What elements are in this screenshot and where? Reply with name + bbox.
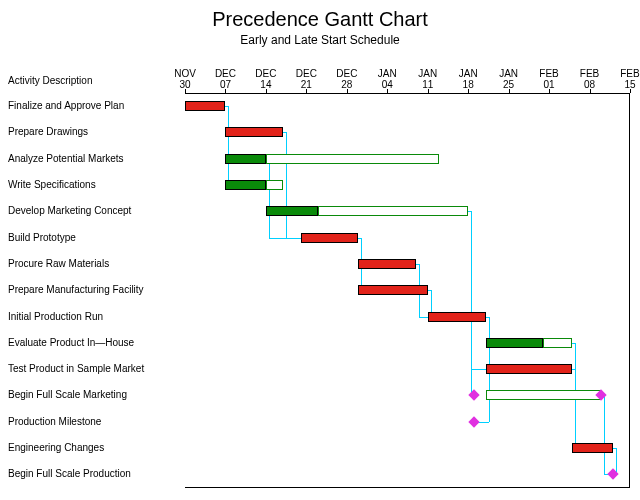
gantt-bar xyxy=(225,154,265,164)
activity-label: Build Prototype xyxy=(8,233,178,243)
gantt-bar xyxy=(486,390,602,400)
gantt-bar xyxy=(572,443,612,453)
activity-label: Begin Full Scale Marketing xyxy=(8,390,178,400)
x-tick-label: DEC07 xyxy=(210,68,240,90)
gantt-bar xyxy=(428,312,486,322)
activity-label: Prepare Manufacturing Facility xyxy=(8,285,178,295)
activity-label: Prepare Drawings xyxy=(8,127,178,137)
x-tick-label: FEB01 xyxy=(534,68,564,90)
gantt-bar xyxy=(266,154,439,164)
gantt-chart: Precedence Gantt Chart Early and Late St… xyxy=(0,0,640,500)
y-axis-header: Activity Description xyxy=(8,75,92,86)
x-tick-label: JAN11 xyxy=(413,68,443,90)
activity-label: Analyze Potential Markets xyxy=(8,154,178,164)
x-tick-label: JAN25 xyxy=(494,68,524,90)
gantt-bar xyxy=(486,364,573,374)
activity-label: Write Specifications xyxy=(8,180,178,190)
activity-label: Evaluate Product In—House xyxy=(8,338,178,348)
x-tick-label: JAN04 xyxy=(372,68,402,90)
activity-label: Engineering Changes xyxy=(8,443,178,453)
x-tick-label: DEC21 xyxy=(291,68,321,90)
plot-area: NOV30DEC07DEC14DEC21DEC28JAN04JAN11JAN18… xyxy=(0,58,640,498)
activity-label: Develop Marketing Concept xyxy=(8,206,178,216)
activity-label: Initial Production Run xyxy=(8,312,178,322)
gantt-bar xyxy=(266,180,283,190)
gantt-bar xyxy=(185,101,225,111)
x-tick-label: DEC14 xyxy=(251,68,281,90)
x-tick-label: JAN18 xyxy=(453,68,483,90)
x-tick-label: FEB15 xyxy=(615,68,640,90)
x-tick-label: NOV30 xyxy=(170,68,200,90)
gantt-bar xyxy=(358,285,427,295)
chart-subtitle: Early and Late Start Schedule xyxy=(0,31,640,55)
gantt-bar xyxy=(318,206,468,216)
gantt-bar xyxy=(486,338,544,348)
activity-label: Finalize and Approve Plan xyxy=(8,101,178,111)
chart-title: Precedence Gantt Chart xyxy=(0,0,640,31)
activity-label: Production Milestone xyxy=(8,417,178,427)
gantt-bar xyxy=(301,233,359,243)
activity-label: Test Product in Sample Market xyxy=(8,364,178,374)
x-tick-label: DEC28 xyxy=(332,68,362,90)
activity-label: Begin Full Scale Production xyxy=(8,469,178,479)
x-tick-label: FEB08 xyxy=(575,68,605,90)
activity-label: Procure Raw Materials xyxy=(8,259,178,269)
gantt-bar xyxy=(543,338,572,348)
gantt-bar xyxy=(225,180,265,190)
gantt-bar xyxy=(225,127,283,137)
gantt-bar xyxy=(266,206,318,216)
gantt-bar xyxy=(358,259,416,269)
